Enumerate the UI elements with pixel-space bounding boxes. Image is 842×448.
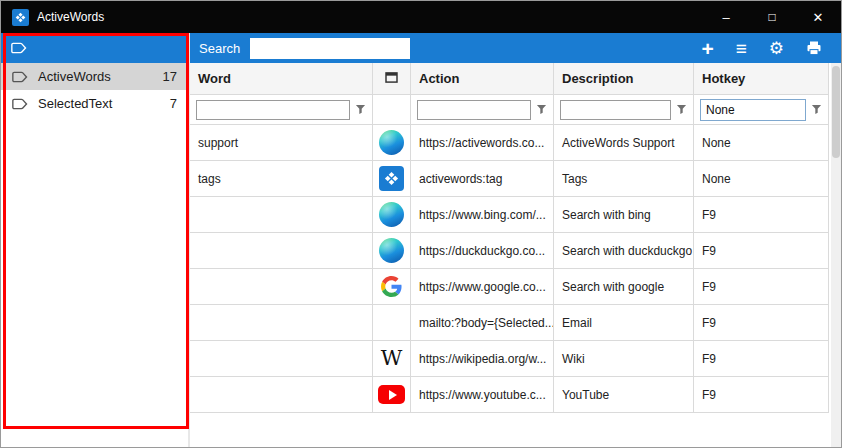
description-cell: YouTube <box>554 377 694 413</box>
hotkey-cell: F9 <box>694 377 829 413</box>
action-cell: https://www.youtube.c... <box>411 377 554 413</box>
filter-funnel-icon[interactable] <box>676 104 687 115</box>
print-icon[interactable] <box>806 40 822 56</box>
column-header-icon[interactable] <box>373 63 411 95</box>
action-cell: https://wikipedia.org/w... <box>411 341 554 377</box>
hotkey-cell: F9 <box>694 305 829 341</box>
column-header-hotkey[interactable]: Hotkey <box>694 63 829 95</box>
filter-funnel-icon[interactable] <box>811 104 822 115</box>
tag-icon <box>11 42 28 54</box>
hotkey-filter-dropdown[interactable]: None <box>700 99 806 121</box>
app-window: ActiveWords – □ ✕ ActiveWords17SelectedT… <box>0 0 842 448</box>
column-header-action[interactable]: Action <box>411 63 554 95</box>
description-cell: Search with google <box>554 269 694 305</box>
action-icon-cell <box>373 377 411 413</box>
word-cell <box>190 233 373 269</box>
word-cell <box>190 341 373 377</box>
activewords-logo-icon <box>12 9 29 26</box>
toolbar-icons: + ≡ ⚙ <box>701 38 822 59</box>
filter-funnel-icon[interactable] <box>355 104 366 115</box>
edge-icon <box>379 130 404 155</box>
action-icon-cell <box>373 125 411 161</box>
sidebar-list: ActiveWords17SelectedText7 <box>1 63 188 117</box>
description-filter-input[interactable] <box>560 100 671 120</box>
scrollbar-thumb[interactable] <box>832 66 840 158</box>
table-filter-row: None <box>190 95 829 125</box>
sidebar-item-label: SelectedText <box>38 96 112 111</box>
activewords-icon <box>379 166 404 191</box>
action-icon-cell <box>373 197 411 233</box>
word-filter-input[interactable] <box>196 100 350 120</box>
table-row[interactable]: https://duckduckgo.co...Search with duck… <box>190 233 829 269</box>
table-row[interactable]: https://www.bing.com/...Search with bing… <box>190 197 829 233</box>
word-cell <box>190 269 373 305</box>
table-row[interactable]: supporthttps://activewords.co...ActiveWo… <box>190 125 829 161</box>
action-filter-input[interactable] <box>417 100 531 120</box>
vertical-scrollbar[interactable] <box>831 63 841 447</box>
hotkey-cell: F9 <box>694 197 829 233</box>
edge-icon <box>379 202 404 227</box>
sidebar-item-count: 17 <box>163 69 177 84</box>
hotkey-cell: F9 <box>694 233 829 269</box>
table-row[interactable]: tagsactivewords:tagTagsNone <box>190 161 829 197</box>
action-cell: mailto:?body={Selected... <box>411 305 554 341</box>
add-icon[interactable]: + <box>701 38 713 59</box>
table-header-row: Word Action Description Hotkey <box>190 63 829 95</box>
tag-icon <box>12 98 29 110</box>
maximize-button[interactable]: □ <box>749 1 795 33</box>
word-cell <box>190 305 373 341</box>
table-row[interactable]: Whttps://wikipedia.org/w...WikiF9 <box>190 341 829 377</box>
hotkey-filter-cell: None <box>694 95 829 125</box>
table-row[interactable]: mailto:?body={Selected...EmailF9 <box>190 305 829 341</box>
youtube-icon <box>378 385 405 404</box>
action-icon-cell <box>373 233 411 269</box>
sidebar-item-label: ActiveWords <box>38 69 111 84</box>
settings-icon[interactable]: ⚙ <box>769 40 784 57</box>
description-filter-cell <box>554 95 694 125</box>
window-title: ActiveWords <box>37 10 703 24</box>
menu-icon[interactable]: ≡ <box>736 39 747 58</box>
action-cell: https://www.bing.com/... <box>411 197 554 233</box>
action-filter-cell <box>411 95 554 125</box>
word-cell <box>190 377 373 413</box>
description-cell: ActiveWords Support <box>554 125 694 161</box>
window-controls: – □ ✕ <box>703 1 841 33</box>
sidebar-item-count: 7 <box>170 96 177 111</box>
google-icon <box>381 276 402 297</box>
sidebar: ActiveWords17SelectedText7 <box>1 33 190 447</box>
tag-icon <box>12 71 29 83</box>
icon-filter-cell <box>373 95 411 125</box>
hotkey-cell: F9 <box>694 341 829 377</box>
word-cell: tags <box>190 161 373 197</box>
description-cell: Tags <box>554 161 694 197</box>
word-filter-cell <box>190 95 373 125</box>
column-header-word[interactable]: Word <box>190 63 373 95</box>
description-cell: Wiki <box>554 341 694 377</box>
action-cell: https://www.google.co... <box>411 269 554 305</box>
action-cell: https://activewords.co... <box>411 125 554 161</box>
search-input[interactable] <box>250 38 410 59</box>
table-row[interactable]: https://www.youtube.c...YouTubeF9 <box>190 377 829 413</box>
hotkey-cell: None <box>694 161 829 197</box>
main-panel: Search + ≡ ⚙ <box>190 33 841 447</box>
edge-icon <box>379 238 404 263</box>
table-area: Word Action Description Hotkey <box>190 63 841 447</box>
words-table: Word Action Description Hotkey <box>190 63 829 413</box>
search-label: Search <box>199 41 240 56</box>
filter-funnel-icon[interactable] <box>536 104 547 115</box>
action-icon-cell <box>373 161 411 197</box>
action-icon-cell <box>373 269 411 305</box>
word-cell <box>190 197 373 233</box>
hotkey-cell: None <box>694 125 829 161</box>
hotkey-cell: F9 <box>694 269 829 305</box>
column-header-description[interactable]: Description <box>554 63 694 95</box>
wikipedia-icon: W <box>381 348 403 369</box>
titlebar: ActiveWords – □ ✕ <box>1 1 841 33</box>
action-icon-cell <box>373 305 411 341</box>
table-row[interactable]: https://www.google.co...Search with goog… <box>190 269 829 305</box>
close-button[interactable]: ✕ <box>795 1 841 33</box>
sidebar-item-activewords[interactable]: ActiveWords17 <box>1 63 188 90</box>
action-cell: https://duckduckgo.co... <box>411 233 554 269</box>
minimize-button[interactable]: – <box>703 1 749 33</box>
sidebar-item-selectedtext[interactable]: SelectedText7 <box>1 90 188 117</box>
